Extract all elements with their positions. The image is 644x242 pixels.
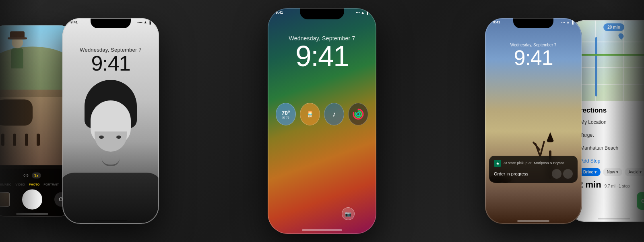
home-indicator-4 bbox=[517, 220, 549, 222]
time-indicator-3: 9:41 bbox=[276, 10, 283, 15]
notification-status: Order in progress bbox=[494, 171, 528, 176]
map-time-badge: 20 min bbox=[603, 23, 624, 31]
avoid-label: Avoid ▾ bbox=[629, 170, 642, 174]
lockscreen2-time: 9:41 bbox=[62, 53, 159, 74]
signal-icons-4: ▪▪▪ ▲ ▐ bbox=[561, 20, 574, 24]
camera-shortcut[interactable]: 📷 bbox=[342, 207, 355, 220]
stop-label-location: My Location bbox=[580, 119, 607, 125]
svg-point-2 bbox=[357, 113, 360, 116]
signal-icon-2: ▪▪▪▪ bbox=[137, 20, 142, 24]
scene: 0.5 1x CINEMATIC VIDEO PHOTO PORTRAIT PR… bbox=[0, 0, 644, 242]
stop-manhattan: Manhattan Beach bbox=[573, 145, 644, 151]
avoid-button[interactable]: Avoid ▾ bbox=[625, 168, 644, 176]
stop-label-add[interactable]: Add Stop bbox=[580, 158, 600, 164]
status-bar-4: 9:41 ▪▪▪ ▲ ▐ bbox=[493, 20, 574, 24]
svg-point-1 bbox=[355, 111, 361, 117]
signal-icons-3: ▪▪▪ ▲ ▐ bbox=[356, 10, 368, 15]
lockscreen3-time: 9:41 bbox=[268, 42, 376, 71]
phone-lockscreen-bw: Wednesday, September 7 9:41 9:41 ▪▪▪▪ ▲ … bbox=[62, 18, 159, 224]
mode-cinematic[interactable]: CINEMATIC bbox=[0, 182, 11, 186]
desert-screen: Wednesday, September 7 9:41 ★ At store p… bbox=[485, 18, 582, 224]
lockscreen3-datetime: Wednesday, September 7 9:41 bbox=[268, 35, 376, 71]
wifi-icon-2: ▲ bbox=[144, 20, 147, 24]
wifi-icon-4: ▲ bbox=[566, 20, 570, 24]
weather-widget[interactable]: 70° 57 75 bbox=[276, 103, 296, 125]
color-screen: Wednesday, September 7 9:41 70° 57 75 🌅 … bbox=[268, 8, 376, 234]
lockscreen4-time: 9:41 bbox=[485, 47, 582, 68]
starbucks-notification: ★ At store pickup at Mariposa & Bryant O… bbox=[489, 156, 578, 183]
starbucks-icon: ★ bbox=[494, 160, 501, 167]
stop-target: Target bbox=[573, 132, 644, 138]
transport-row: 🚗 Drive ▾ Now ▾ Avoid ▾ bbox=[573, 168, 644, 176]
home-indicator-2 bbox=[95, 220, 127, 221]
signal-icon-3: ▪▪▪ bbox=[356, 10, 360, 15]
lockscreen2-datetime: Wednesday, September 7 9:41 bbox=[62, 47, 159, 74]
bw-screen: Wednesday, September 7 9:41 9:41 ▪▪▪▪ ▲ … bbox=[62, 18, 159, 224]
zoom-05[interactable]: 0.5 bbox=[23, 173, 29, 177]
time-indicator-4: 9:41 bbox=[493, 20, 500, 24]
notification-app: At store pickup at bbox=[504, 161, 532, 165]
zoom-1x[interactable]: 1x bbox=[32, 172, 41, 178]
now-button[interactable]: Now ▾ bbox=[603, 168, 622, 176]
uv-widget[interactable]: 🌅 UV bbox=[300, 103, 320, 125]
directions-title: Directions bbox=[573, 106, 644, 115]
widgets-row: 70° 57 75 🌅 UV ♪ bbox=[268, 103, 376, 125]
battery-icon-2: ▐ bbox=[149, 20, 151, 24]
status-bar-3: 9:41 ▪▪▪ ▲ ▐ bbox=[276, 10, 368, 15]
shutter-button[interactable] bbox=[22, 189, 42, 209]
phone-lockscreen-color: Wednesday, September 7 9:41 70° 57 75 🌅 … bbox=[268, 8, 376, 234]
notification-location: Mariposa & Bryant bbox=[534, 161, 564, 165]
now-label: Now ▾ bbox=[607, 170, 618, 174]
distance-value: 9.7 mi · 1 stop bbox=[605, 184, 630, 188]
mode-photo[interactable]: PHOTO bbox=[29, 182, 40, 186]
battery-icon-4: ▐ bbox=[571, 20, 574, 24]
go-button[interactable]: GO bbox=[637, 192, 644, 210]
photo-thumbnail[interactable] bbox=[0, 192, 10, 207]
status-bar-2: 9:41 ▪▪▪▪ ▲ ▐ bbox=[70, 20, 151, 24]
stop-label-manhattan: Manhattan Beach bbox=[580, 145, 618, 151]
phone-lockscreen-desert: Wednesday, September 7 9:41 ★ At store p… bbox=[485, 18, 582, 224]
wifi-icon-3: ▲ bbox=[361, 10, 365, 15]
stop-label-target: Target bbox=[580, 132, 594, 138]
signal-icons-2: ▪▪▪▪ ▲ ▐ bbox=[137, 20, 151, 24]
mode-video[interactable]: VIDEO bbox=[15, 182, 25, 186]
duration-row: 32 min 9.7 mi · 1 stop bbox=[573, 179, 644, 190]
mode-portrait[interactable]: PORTRAIT bbox=[43, 182, 59, 186]
music-widget[interactable]: ♪ bbox=[324, 103, 344, 125]
lockscreen4-datetime: Wednesday, September 7 9:41 bbox=[485, 43, 582, 68]
time-indicator-2: 9:41 bbox=[70, 20, 78, 24]
signal-icon-4: ▪▪▪ bbox=[561, 20, 565, 24]
rings-widget[interactable] bbox=[348, 103, 368, 125]
map-route bbox=[595, 37, 597, 96]
map-route-h bbox=[577, 54, 644, 56]
battery-icon-3: ▐ bbox=[366, 10, 368, 15]
home-indicator-3 bbox=[302, 229, 342, 231]
home-indicator bbox=[16, 213, 48, 215]
stop-add[interactable]: Add Stop bbox=[573, 158, 644, 164]
camera-modes: CINEMATIC VIDEO PHOTO PORTRAIT PRO bbox=[0, 182, 69, 186]
stop-my-location: My Location bbox=[573, 119, 644, 125]
drive-label: Drive ▾ bbox=[583, 170, 597, 174]
home-indicator-5 bbox=[598, 218, 630, 219]
